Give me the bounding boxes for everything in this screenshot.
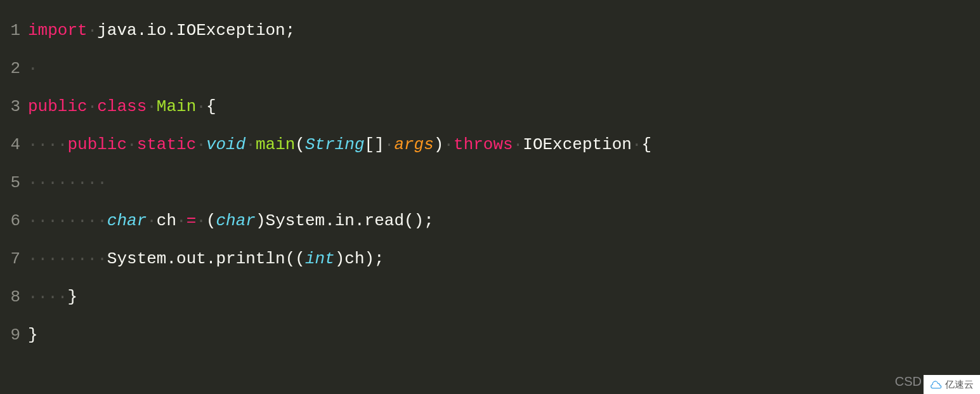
- token-ws: ·: [176, 211, 186, 230]
- token-kw-pink: import: [28, 21, 88, 40]
- token-ws: ········: [28, 211, 107, 230]
- token-punct: ): [434, 135, 444, 154]
- token-ws: ·: [196, 135, 206, 154]
- token-kw-pink: public: [67, 135, 127, 154]
- code-line: 3public·class·Main·{: [0, 88, 980, 126]
- cloud-icon: [930, 379, 943, 390]
- line-number: 7: [0, 240, 28, 278]
- watermark-text: 亿速云: [945, 379, 974, 391]
- code-line: 9}: [0, 316, 980, 354]
- token-cls-name: main: [256, 135, 295, 154]
- token-param: args: [394, 135, 433, 154]
- token-ws: ·: [196, 211, 206, 230]
- token-ws: ····: [28, 135, 67, 154]
- code-content: ····}: [28, 278, 980, 316]
- code-line: 5········: [0, 164, 980, 202]
- token-ws: ·: [147, 211, 157, 230]
- code-line: 2·: [0, 49, 980, 88]
- token-cls-name: Main: [157, 97, 196, 116]
- line-number: 5: [0, 164, 28, 202]
- code-content: import·java.io.IOException;: [28, 11, 980, 49]
- token-ws: ·: [632, 135, 642, 154]
- code-line: 1import·java.io.IOException;: [0, 11, 980, 49]
- watermark-yisuyun: 亿速云: [924, 375, 980, 394]
- code-content: ····public·static·void·main(String[]·arg…: [28, 126, 980, 164]
- code-content: ········char·ch·=·(char)System.in.read()…: [28, 202, 980, 240]
- line-number: 4: [0, 126, 28, 164]
- token-ws: ·: [513, 135, 523, 154]
- token-punct: {: [206, 97, 216, 116]
- token-ws: ·: [196, 97, 206, 116]
- token-ws: ·: [384, 135, 395, 154]
- line-number: 8: [0, 278, 28, 316]
- code-line: 6········char·ch·=·(char)System.in.read(…: [0, 202, 980, 240]
- code-line: 8····}: [0, 278, 980, 316]
- token-kw-pink: static: [137, 135, 197, 154]
- code-editor: 1import·java.io.IOException;2·3public·cl…: [0, 0, 980, 394]
- token-ws: ·: [245, 135, 256, 154]
- token-kw-pink: =: [186, 211, 197, 230]
- watermark-csd: CSD: [895, 374, 922, 389]
- token-ws: ·: [28, 59, 38, 78]
- code-line: 7········System.out.println((int)ch);: [0, 240, 980, 278]
- code-content: ········: [28, 164, 980, 202]
- token-ws: ·: [88, 21, 98, 40]
- token-punct: }: [28, 325, 38, 345]
- token-default: System.in.read();: [266, 211, 434, 230]
- code-content: ········System.out.println((int)ch);: [28, 240, 980, 278]
- token-ws: ········: [28, 249, 107, 268]
- token-ws: ·: [88, 97, 98, 116]
- token-default: IOException: [523, 135, 632, 154]
- token-kw-type: int: [305, 249, 335, 268]
- code-lines: 1import·java.io.IOException;2·3public·cl…: [0, 11, 980, 354]
- token-default: ch: [157, 211, 176, 230]
- token-kw-pink: class: [97, 97, 147, 116]
- code-content: }: [28, 316, 980, 354]
- token-punct: ): [256, 211, 266, 230]
- token-ws: ·: [147, 97, 157, 116]
- line-number: 9: [0, 316, 28, 354]
- token-ws: ····: [28, 287, 67, 306]
- token-kw-pink: throws: [454, 135, 513, 154]
- line-number: 3: [0, 88, 28, 126]
- token-punct: (: [206, 211, 216, 230]
- token-ws: ········: [28, 173, 107, 192]
- line-number: 2: [0, 49, 28, 88]
- token-kw-pink: public: [28, 97, 88, 116]
- token-kw-type: void: [206, 135, 245, 154]
- token-kw-type: String: [305, 135, 365, 154]
- token-default: java.io.IOException;: [97, 21, 295, 40]
- code-content: public·class·Main·{: [28, 88, 980, 126]
- code-content: ·: [28, 49, 980, 88]
- token-kw-type: char: [107, 211, 147, 230]
- token-ws: ·: [127, 135, 137, 154]
- token-punct: []: [365, 135, 384, 154]
- token-default: )ch);: [335, 249, 384, 268]
- code-line: 4····public·static·void·main(String[]·ar…: [0, 126, 980, 164]
- token-punct: {: [642, 135, 652, 154]
- token-ws: ·: [443, 135, 454, 154]
- line-number: 6: [0, 202, 28, 240]
- token-kw-type: char: [216, 211, 256, 230]
- line-number: 1: [0, 11, 28, 49]
- token-punct: }: [67, 287, 77, 306]
- token-punct: (: [295, 135, 305, 154]
- token-default: System.out.println((: [107, 249, 305, 268]
